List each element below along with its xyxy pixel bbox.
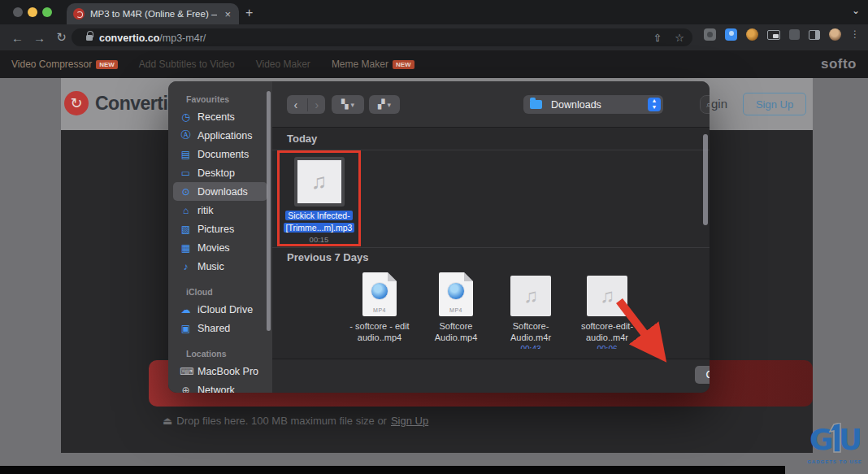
sidebar-section-favourites: Favourites [168, 81, 272, 107]
watermark-caption: GADGETS TO USE [805, 459, 865, 464]
drop-icon: ⏏ [163, 415, 172, 427]
convertio-logo-text: Convertio [95, 93, 179, 115]
profile-avatar[interactable] [829, 28, 841, 41]
screenshot-root: MP3 to M4R (Online & Free) — × + ⌄ ← → ↻… [0, 0, 868, 474]
bookmark-star-icon[interactable]: ☆ [675, 32, 684, 44]
sidebar-item-downloads[interactable]: ⊙ Downloads [173, 182, 267, 201]
sidebar-item-desktop[interactable]: ▭ Desktop [173, 163, 267, 182]
extensions-puzzle-icon[interactable] [789, 29, 800, 40]
picture-in-picture-icon[interactable] [767, 30, 780, 40]
traffic-close-button[interactable] [13, 7, 23, 17]
login-link-partial[interactable]: gin [711, 97, 727, 111]
sidebar-label: Downloads [197, 186, 248, 198]
nav-label: Add Subtitles to Video [139, 59, 235, 70]
dialog-toolbar: ‹ › ▚ ▾ ▞ ▾ Downloads ▲▼ ⌕ Search [272, 81, 710, 128]
nav-video-maker[interactable]: Video Maker [256, 59, 310, 70]
nav-meme-maker[interactable]: Meme Maker NEW [332, 59, 414, 70]
desktop-icon: ▭ [180, 167, 192, 179]
file-area-scrollbar[interactable] [703, 134, 708, 225]
svg-text:G: G [809, 423, 834, 455]
clock-icon: ◷ [180, 111, 192, 123]
group-mode-button[interactable]: ▞ ▾ [369, 95, 400, 114]
browser-menu-icon[interactable]: ⋮ [850, 33, 860, 37]
side-panel-icon[interactable] [809, 30, 820, 40]
forward-icon[interactable]: → [28, 31, 50, 45]
music-note-icon: ♪ [180, 261, 192, 272]
folder-dropdown-label: Downloads [551, 99, 601, 111]
new-badge: NEW [393, 60, 414, 69]
softo-logo[interactable]: softo [821, 56, 857, 72]
stepper-chevrons-icon[interactable]: ▲▼ [648, 98, 661, 111]
new-badge: NEW [96, 60, 118, 69]
drop-text: Drop files here. 100 MB maximum file siz… [176, 415, 387, 427]
extensions-row: ⋮ [704, 28, 860, 41]
file-item-mp4-1[interactable]: MP4 - softcore - edit audio..mp4 [342, 266, 417, 343]
signup-button[interactable]: Sign Up [743, 93, 806, 115]
sidebar-label: Shared [197, 323, 230, 334]
mp3-file-icon: ♫ [297, 160, 341, 203]
drop-signup-link[interactable]: Sign Up [391, 415, 428, 427]
site-nav-bar: Video Compressor NEW Add Subtitles to Vi… [0, 50, 868, 78]
drop-files-hint: ⏏ Drop files here. 100 MB maximum file s… [163, 415, 428, 427]
sidebar-item-pictures[interactable]: ▧ Pictures [173, 220, 267, 238]
folder-dropdown[interactable]: Downloads ▲▼ [523, 95, 663, 114]
section-header-previous: Previous 7 Days [287, 251, 368, 263]
file-item-m4r-1[interactable]: ♫ Softcore- Audio.m4r 00:43 [493, 266, 568, 349]
pictures-icon: ▧ [180, 224, 192, 235]
sidebar-label: Movies [197, 242, 230, 254]
sidebar-label: Recents [197, 111, 235, 123]
file-duration: 00:15 [310, 235, 329, 244]
m4r-file-icon: ♫ [510, 276, 551, 316]
screenshot-extension-icon[interactable] [704, 28, 716, 41]
nav-video-compressor[interactable]: Video Compressor NEW [11, 59, 118, 70]
sidebar-label: iCloud Drive [197, 304, 253, 315]
back-chevron-icon[interactable]: ‹ [287, 98, 304, 111]
cancel-button[interactable]: Cancel [695, 366, 710, 384]
sidebar-item-recents[interactable]: ◷ Recents [173, 107, 267, 126]
lock-icon [86, 34, 93, 41]
sidebar-item-applications[interactable]: Ⓐ Applications [173, 126, 267, 145]
reload-icon[interactable]: ↻ [50, 30, 72, 45]
sidebar-item-movies[interactable]: ▦ Movies [173, 238, 267, 257]
selected-file-name: Sickick Infected- [Trimme...m].mp3 [284, 209, 355, 233]
svg-text:U: U [839, 423, 860, 455]
file-item-mp4-2[interactable]: MP4 Softcore Audio.mp4 [419, 266, 493, 343]
url-path: /mp3-m4r/ [159, 33, 206, 44]
sidebar-item-network[interactable]: ⊕ Network [173, 381, 267, 393]
sidebar-scrollbar[interactable] [267, 91, 271, 331]
file-name-line: [Trimme...m].mp3 [284, 223, 355, 233]
convertio-logo-icon: ↻ [64, 91, 89, 115]
search-field[interactable]: ⌕ Search [700, 95, 710, 114]
finder-sidebar: Favourites ◷ Recents Ⓐ Applications ▤ Do… [168, 81, 272, 393]
address-bar[interactable]: convertio.co/mp3-m4r/ ⇧ ☆ [72, 28, 692, 46]
search-icon: ⌕ [706, 99, 710, 110]
gtu-logo-icon: G U [809, 423, 860, 455]
view-mode-button[interactable]: ▚ ▾ [332, 95, 364, 114]
tab-close-icon[interactable]: × [223, 8, 232, 20]
blue-extension-icon[interactable] [725, 28, 737, 41]
selected-file-annotation-box[interactable]: ♫ Sickick Infected- [Trimme...m].mp3 00:… [277, 150, 361, 246]
forward-chevron-icon[interactable]: › [307, 98, 325, 111]
convertio-logo[interactable]: ↻ Convertio [64, 91, 179, 115]
new-tab-button[interactable]: + [245, 6, 253, 20]
sidebar-item-shared[interactable]: ▣ Shared [173, 319, 267, 337]
downloads-icon: ⊙ [180, 186, 192, 198]
share-icon[interactable]: ⇧ [653, 32, 662, 44]
sidebar-item-home[interactable]: ⌂ ritik [173, 201, 267, 220]
window-bottom-edge [0, 466, 785, 474]
orange-extension-icon[interactable] [746, 28, 758, 41]
mp4-file-icon: MP4 [362, 272, 397, 316]
sidebar-label: Documents [197, 149, 249, 160]
sidebar-item-documents[interactable]: ▤ Documents [173, 145, 267, 163]
back-icon[interactable]: ← [7, 31, 28, 45]
window-chevron-icon[interactable]: ⌄ [852, 5, 860, 16]
chevron-down-icon: ▾ [387, 101, 391, 109]
browser-tab[interactable]: MP3 to M4R (Online & Free) — × [67, 3, 239, 24]
sidebar-item-icloud-drive[interactable]: ☁ iCloud Drive [173, 300, 267, 319]
sidebar-item-macbook-pro[interactable]: ⌨ MacBook Pro [173, 362, 267, 381]
sidebar-item-music[interactable]: ♪ Music [173, 257, 267, 276]
traffic-minimize-button[interactable] [28, 7, 37, 17]
traffic-zoom-button[interactable] [42, 7, 52, 17]
grid-view-icon: ▚ [341, 99, 347, 110]
nav-add-subtitles[interactable]: Add Subtitles to Video [139, 59, 235, 70]
